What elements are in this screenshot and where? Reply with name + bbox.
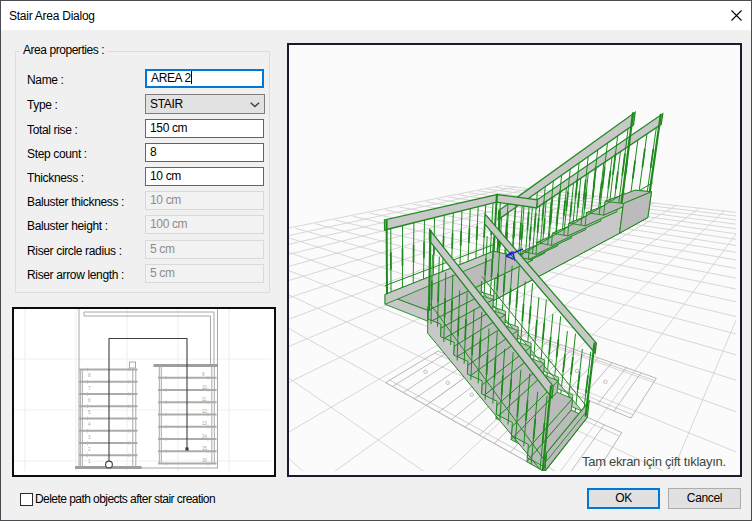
svg-text:10: 10: [202, 385, 207, 390]
svg-text:2: 2: [88, 447, 91, 452]
svg-text:5: 5: [88, 410, 91, 415]
svg-text:7: 7: [88, 386, 91, 391]
svg-text:8: 8: [88, 373, 91, 378]
svg-text:3: 3: [88, 435, 91, 440]
svg-text:4: 4: [88, 422, 91, 427]
svg-text:13: 13: [202, 421, 207, 426]
svg-text:14: 14: [202, 434, 207, 439]
svg-text:9: 9: [202, 372, 205, 377]
svg-text:15: 15: [202, 446, 207, 451]
svg-text:11: 11: [202, 397, 207, 402]
svg-text:6: 6: [88, 398, 91, 403]
